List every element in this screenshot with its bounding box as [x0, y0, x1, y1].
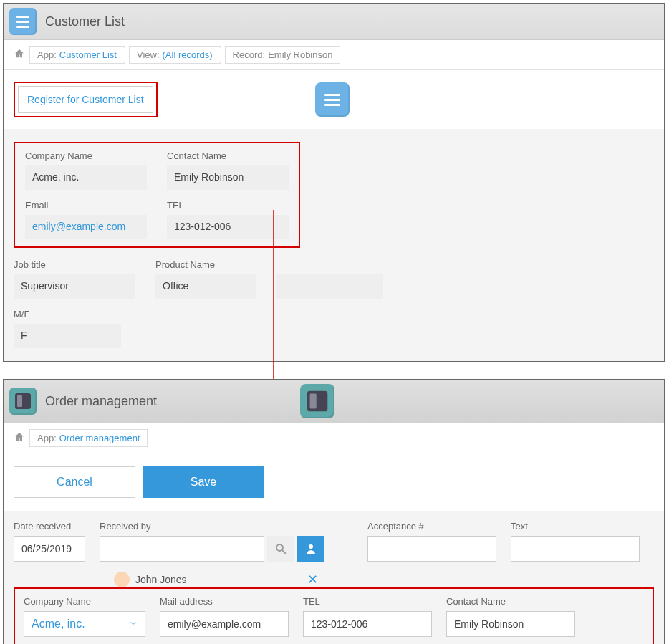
svg-line-2 [282, 550, 286, 554]
label-email: Email [25, 200, 147, 211]
breadcrumb: App: Customer List View: (All records) R… [4, 40, 664, 70]
label-tel: TEL [167, 200, 289, 211]
home-icon[interactable] [14, 48, 25, 62]
app-title: Order management [45, 394, 157, 409]
form-area: Date received Received by Acceptance # [4, 511, 664, 644]
date-received-input[interactable] [14, 536, 85, 562]
label-job-title: Job title [14, 259, 135, 270]
value-empty [276, 274, 383, 299]
tel-input[interactable] [303, 611, 432, 637]
label-acceptance: Acceptance # [367, 521, 496, 532]
panel-header: Customer List [4, 4, 664, 40]
label-mail-address: Mail address [160, 596, 289, 607]
field-tel: TEL 123-012-006 [167, 200, 289, 239]
crumb-record-prefix: Record: [233, 49, 266, 60]
crumb-app-prefix: App: [37, 49, 57, 60]
crumb-view-link: (All records) [163, 49, 213, 60]
crumb-app[interactable]: App: Order management [29, 429, 148, 447]
register-highlight: Register for Customer List [14, 82, 158, 117]
value-email[interactable]: emily@example.com [25, 215, 147, 239]
field-received-by: Received by [100, 521, 324, 562]
breadcrumb: App: Order management [4, 423, 664, 453]
label-company-name: Company Name [24, 596, 145, 607]
order-management-panel: Order management App: Order management C… [3, 379, 665, 644]
crumb-view-prefix: View: [137, 49, 160, 60]
company-name-lookup[interactable]: Acme, inc. [24, 611, 145, 637]
field-job-title: Job title Supervisor [14, 259, 135, 299]
value-job-title: Supervisor [14, 274, 135, 299]
received-by-input[interactable] [100, 536, 264, 562]
crumb-view[interactable]: View: (All records) [129, 46, 221, 64]
avatar [114, 572, 130, 587]
label-product-name: Product Name [155, 259, 256, 270]
field-company-name: Company Name Acme, inc. [25, 150, 147, 190]
selected-user-row: John Jones ✕ [114, 572, 654, 587]
label-empty [276, 259, 383, 270]
label-mf: M/F [14, 309, 121, 319]
save-button[interactable]: Save [143, 466, 264, 498]
acceptance-input[interactable] [367, 536, 496, 562]
selected-user-name: John Jones [135, 574, 187, 585]
crumb-app[interactable]: App: Customer List [29, 46, 125, 64]
field-tel: TEL [303, 596, 432, 637]
contact-name-input[interactable] [446, 611, 575, 637]
crumb-app-prefix: App: [37, 433, 57, 443]
record-detail-area: Company Name Acme, inc. Contact Name Emi… [4, 129, 664, 361]
field-contact-name: Contact Name Emily Robinson [167, 150, 289, 190]
app-list-icon [9, 8, 37, 35]
label-contact-name: Contact Name [446, 596, 575, 607]
value-mf: F [14, 324, 121, 348]
search-icon[interactable] [267, 536, 294, 562]
close-icon[interactable]: ✕ [307, 572, 318, 587]
field-text: Text [511, 521, 640, 562]
topbar: Register for Customer List [4, 70, 664, 129]
target-fields-highlight: Company Name Acme, inc. Mail address TEL [14, 587, 654, 644]
mail-input[interactable] [160, 611, 289, 637]
field-date-received: Date received [14, 521, 85, 562]
field-product-name: Product Name Office [155, 259, 256, 299]
field-product-name-extra [276, 259, 383, 299]
home-icon[interactable] [14, 431, 25, 446]
label-tel: TEL [303, 596, 432, 607]
label-received-by: Received by [100, 521, 324, 532]
app-large-phone-icon [300, 384, 334, 418]
field-company-name: Company Name Acme, inc. [24, 596, 145, 637]
cancel-button[interactable]: Cancel [14, 466, 135, 498]
crumb-record: Record: Emily Robinson [225, 46, 341, 64]
app-title: Customer List [45, 14, 125, 29]
crumb-app-link: Customer List [59, 49, 117, 60]
value-contact-name: Emily Robinson [167, 165, 289, 190]
lookup-value: Acme, inc. [32, 617, 85, 630]
app-large-list-icon [315, 82, 350, 117]
label-text: Text [511, 521, 640, 532]
customer-list-panel: Customer List App: Customer List View: (… [3, 3, 665, 362]
label-company-name: Company Name [25, 150, 147, 161]
source-fields-highlight: Company Name Acme, inc. Contact Name Emi… [14, 142, 300, 248]
value-company-name: Acme, inc. [25, 165, 147, 190]
action-bar: Cancel Save [4, 453, 664, 511]
field-acceptance: Acceptance # [367, 521, 496, 562]
app-phone-icon [9, 388, 37, 415]
field-email: Email emily@example.com [25, 200, 147, 239]
register-button[interactable]: Register for Customer List [18, 86, 153, 113]
crumb-record-value: Emily Robinson [268, 49, 332, 60]
value-product-name: Office [155, 274, 256, 299]
field-contact-name: Contact Name [446, 596, 575, 637]
person-icon[interactable] [297, 536, 324, 562]
crumb-app-link: Order management [59, 433, 140, 443]
field-mf: M/F F [14, 309, 121, 348]
text-input[interactable] [511, 536, 640, 562]
svg-point-1 [276, 544, 283, 551]
value-tel: 123-012-006 [167, 215, 289, 239]
panel-header: Order management [4, 380, 664, 423]
label-date-received: Date received [14, 521, 85, 532]
svg-point-3 [309, 544, 313, 549]
label-contact-name: Contact Name [167, 150, 289, 161]
chevron-down-icon [129, 617, 138, 630]
field-mail-address: Mail address [160, 596, 289, 637]
